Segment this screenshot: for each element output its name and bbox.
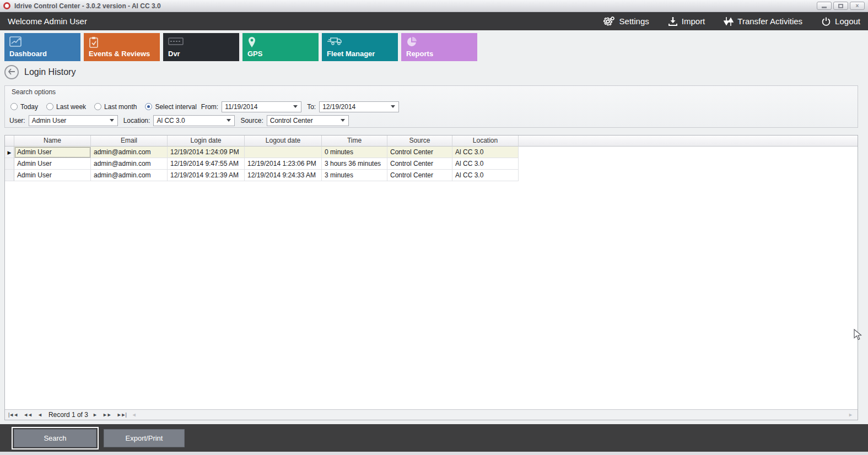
nav-last-button[interactable]: ►►| bbox=[117, 410, 126, 420]
chevron-down-icon bbox=[110, 119, 114, 122]
cell-source[interactable]: Control Center bbox=[387, 147, 452, 158]
back-button[interactable] bbox=[4, 65, 19, 79]
tile-reports[interactable]: Reports bbox=[401, 33, 477, 61]
from-date-picker[interactable]: 11/19/2014 bbox=[222, 101, 301, 112]
nav-next-page-button[interactable]: ►► bbox=[103, 410, 111, 420]
search-button[interactable]: Search bbox=[14, 429, 96, 447]
radio-select-interval[interactable]: Select interval bbox=[145, 103, 196, 111]
cell-time[interactable]: 3 hours 36 minutes bbox=[322, 158, 387, 170]
app-window: Idrive Control Center - 3.0.2 version - … bbox=[0, 0, 868, 455]
table-row[interactable]: Admin User admin@admin.com 12/19/2014 9:… bbox=[5, 158, 519, 170]
search-options-title: Search options bbox=[5, 86, 858, 96]
cell-email[interactable]: admin@admin.com bbox=[91, 170, 168, 181]
hscroll-right-arrow-icon[interactable]: ► bbox=[848, 412, 853, 418]
dvr-device-icon bbox=[168, 36, 184, 48]
close-icon: × bbox=[856, 3, 859, 9]
radio-today-circle[interactable] bbox=[10, 103, 18, 110]
from-label: From: bbox=[201, 103, 218, 111]
cell-time[interactable]: 3 minutes bbox=[322, 170, 387, 181]
logout-button[interactable]: Logout bbox=[821, 17, 860, 26]
row-indicator bbox=[5, 158, 14, 170]
user-select[interactable]: Admin User bbox=[29, 115, 118, 126]
nav-prev-button[interactable]: ◄ bbox=[37, 410, 42, 420]
to-date-picker[interactable]: 12/19/2014 bbox=[319, 101, 399, 112]
map-pin-icon bbox=[247, 36, 256, 50]
column-header-time[interactable]: Time bbox=[322, 136, 387, 147]
nav-next-button[interactable]: ► bbox=[93, 410, 97, 420]
cell-location[interactable]: Al CC 3.0 bbox=[452, 158, 519, 170]
source-select[interactable]: Control Center bbox=[267, 115, 349, 126]
column-header-name[interactable]: Name bbox=[14, 136, 91, 147]
minimize-icon bbox=[822, 7, 827, 8]
top-bar: Welcome Admin User Settings bbox=[0, 12, 868, 30]
nav-prev-page-button[interactable]: ◄◄ bbox=[23, 410, 32, 420]
cell-source[interactable]: Control Center bbox=[387, 170, 452, 181]
radio-today-label: Today bbox=[20, 103, 38, 111]
cell-email[interactable]: admin@admin.com bbox=[91, 158, 168, 170]
back-arrow-icon bbox=[8, 68, 15, 77]
column-header-logout-date[interactable]: Logout date bbox=[245, 136, 322, 147]
close-button[interactable]: × bbox=[850, 2, 865, 10]
row-indicator: ▶ bbox=[5, 147, 14, 158]
maximize-button[interactable] bbox=[833, 2, 848, 10]
column-header-email[interactable]: Email bbox=[91, 136, 168, 147]
tile-fleet-manager[interactable]: Fleet Manager bbox=[322, 33, 398, 61]
user-value: Admin User bbox=[32, 117, 67, 124]
nav-first-button[interactable]: |◄◄ bbox=[8, 410, 18, 420]
clipboard-check-icon bbox=[89, 36, 99, 50]
radio-last-week[interactable]: Last week bbox=[46, 103, 86, 111]
row-indicator-header bbox=[5, 136, 14, 147]
radio-select-interval-circle[interactable] bbox=[145, 103, 152, 110]
cell-email[interactable]: admin@admin.com bbox=[91, 147, 168, 158]
welcome-text: Welcome Admin User bbox=[8, 17, 87, 26]
row-indicator bbox=[5, 170, 14, 181]
import-label: Import bbox=[682, 17, 705, 26]
cell-login-date[interactable]: 12/19/2014 9:21:39 AM bbox=[168, 170, 245, 181]
cell-login-date[interactable]: 12/19/2014 9:47:55 AM bbox=[168, 158, 245, 170]
location-label: Location: bbox=[123, 117, 150, 124]
selected-row-arrow-icon: ▶ bbox=[8, 150, 12, 155]
source-value: Control Center bbox=[270, 117, 313, 124]
page-title: Login History bbox=[24, 67, 76, 77]
cell-login-date[interactable]: 12/19/2014 1:24:09 PM bbox=[168, 147, 245, 158]
tile-reports-label: Reports bbox=[406, 50, 433, 58]
table-row[interactable]: Admin User admin@admin.com 12/19/2014 9:… bbox=[5, 170, 519, 181]
column-header-location[interactable]: Location bbox=[452, 136, 519, 147]
transfer-activities-button[interactable]: Transfer Activities bbox=[724, 16, 802, 27]
cell-logout-date[interactable] bbox=[245, 147, 322, 158]
tile-dvr[interactable]: Dvr bbox=[163, 33, 239, 61]
tile-gps[interactable]: GPS bbox=[242, 33, 319, 61]
column-header-source[interactable]: Source bbox=[387, 136, 452, 147]
tile-dvr-label: Dvr bbox=[168, 50, 180, 58]
radio-select-interval-label: Select interval bbox=[155, 103, 196, 111]
radio-last-week-label: Last week bbox=[56, 103, 86, 111]
tile-dashboard[interactable]: Dashboard bbox=[4, 33, 80, 61]
minimize-button[interactable] bbox=[817, 2, 832, 10]
cell-logout-date[interactable]: 12/19/2014 9:24:33 AM bbox=[245, 170, 322, 181]
settings-button[interactable]: Settings bbox=[603, 16, 649, 27]
table-row[interactable]: ▶ Admin User admin@admin.com 12/19/2014 … bbox=[5, 147, 519, 158]
export-print-button[interactable]: Export/Print bbox=[104, 429, 185, 447]
radio-today[interactable]: Today bbox=[10, 103, 38, 111]
cell-name[interactable]: Admin User bbox=[14, 158, 91, 170]
cell-source[interactable]: Control Center bbox=[387, 158, 452, 170]
cell-name[interactable]: Admin User bbox=[14, 170, 91, 181]
radio-last-month-label: Last month bbox=[104, 103, 137, 111]
login-history-grid: Name Email Login date Logout date Time S… bbox=[4, 135, 858, 420]
radio-last-week-circle[interactable] bbox=[46, 103, 53, 110]
radio-last-month-circle[interactable] bbox=[94, 103, 101, 110]
cell-time[interactable]: 0 minutes bbox=[322, 147, 387, 158]
radio-last-month[interactable]: Last month bbox=[94, 103, 137, 111]
cell-location[interactable]: Al CC 3.0 bbox=[452, 147, 519, 158]
cell-location[interactable]: Al CC 3.0 bbox=[452, 170, 519, 181]
grid-header-row: Name Email Login date Logout date Time S… bbox=[5, 136, 858, 147]
cell-logout-date[interactable]: 12/19/2014 1:23:06 PM bbox=[245, 158, 322, 170]
import-button[interactable]: Import bbox=[668, 17, 705, 26]
cell-name[interactable]: Admin User bbox=[14, 147, 91, 158]
logout-label: Logout bbox=[835, 17, 860, 26]
pie-chart-icon bbox=[406, 36, 417, 49]
tile-events-reviews[interactable]: Events & Reviews bbox=[84, 33, 160, 61]
hscroll-left-arrow-icon[interactable]: ◄ bbox=[132, 410, 136, 420]
column-header-login-date[interactable]: Login date bbox=[168, 136, 245, 147]
location-select[interactable]: Al CC 3.0 bbox=[153, 115, 235, 126]
